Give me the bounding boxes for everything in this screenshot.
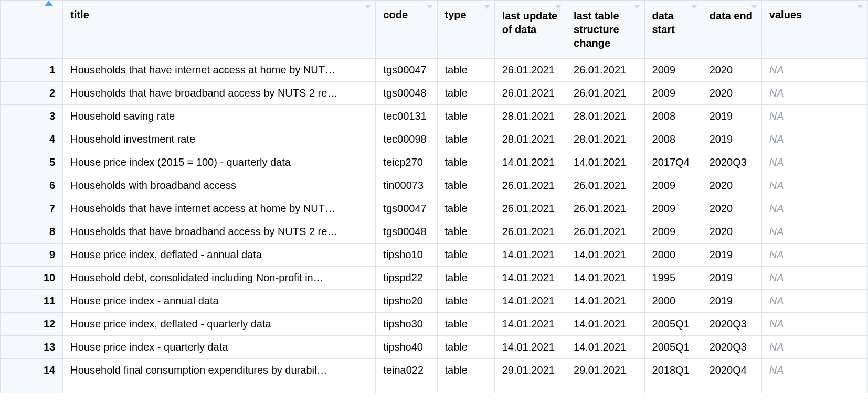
filter-dropdown-icon[interactable]: [555, 5, 562, 9]
table-row[interactable]: 8Households that have broadband access b…: [1, 220, 868, 244]
cell-code: teicp270: [376, 151, 437, 174]
cell-data_end: 2019: [702, 244, 761, 267]
cell-data_start: 2009: [644, 197, 702, 220]
table-row[interactable]: 12House price index, deflated - quarterl…: [1, 313, 868, 336]
table-row[interactable]: 6Households with broadband accesstin0007…: [1, 174, 868, 197]
row-number: 9: [1, 244, 63, 267]
table-row[interactable]: 3Household saving ratetec00131table28.01…: [1, 105, 868, 128]
cell-title: Household debt, consolidated including N…: [63, 267, 376, 290]
table-body: 1Households that have internet access at…: [1, 59, 868, 393]
table-row[interactable]: 5House price index (2015 = 100) - quarte…: [1, 151, 868, 174]
cell-data_end: 2019: [702, 128, 761, 151]
cell-last_update: 28.01.2021: [494, 128, 566, 151]
cell-last_update: 28.01.2021: [494, 105, 566, 128]
row-number: 5: [1, 151, 63, 174]
cell-values: NA: [761, 105, 867, 128]
filter-dropdown-icon[interactable]: [484, 5, 490, 9]
row-number: 1: [1, 59, 63, 82]
row-number: 10: [1, 267, 63, 290]
cell-title: House price index (2015 = 100) - quarter…: [63, 151, 376, 174]
row-number: 12: [1, 313, 63, 336]
row-number: 11: [1, 290, 63, 313]
row-number: 13: [1, 336, 63, 359]
cell-code: tipsho40: [376, 336, 437, 359]
cell-type: table: [437, 174, 494, 197]
cell-code: teina022: [376, 359, 437, 382]
cell-empty: [644, 382, 702, 393]
cell-empty: [761, 382, 867, 393]
cell-last_structure: 26.01.2021: [566, 197, 645, 220]
filter-dropdown-icon[interactable]: [857, 5, 863, 9]
table-row[interactable]: 11House price index - annual datatipsho2…: [1, 290, 868, 313]
table-row[interactable]: 4Household investment ratetec00098table2…: [1, 128, 868, 151]
cell-last_update: 14.01.2021: [494, 313, 566, 336]
table-row[interactable]: 10Household debt, consolidated including…: [1, 267, 868, 290]
cell-empty: [63, 382, 376, 393]
column-header-values[interactable]: values: [761, 1, 867, 59]
cell-last_structure: 26.01.2021: [566, 59, 645, 82]
column-header-type[interactable]: type: [437, 1, 494, 59]
column-label: title: [70, 9, 89, 20]
column-header-data-start[interactable]: data start: [644, 1, 702, 59]
cell-data_start: 2009: [644, 59, 702, 82]
cell-data_end: 2019: [702, 267, 761, 290]
filter-dropdown-icon[interactable]: [427, 5, 433, 9]
cell-values: NA: [761, 244, 867, 267]
cell-empty: [376, 382, 437, 393]
cell-type: table: [437, 197, 494, 220]
cell-type: table: [437, 359, 494, 382]
table-row[interactable]: 13House price index - quarterly datatips…: [1, 336, 868, 359]
cell-title: House price index - quarterly data: [63, 336, 376, 359]
cell-data_start: 2009: [644, 220, 702, 244]
cell-last_structure: 29.01.2021: [566, 359, 645, 382]
column-header-title[interactable]: title: [63, 1, 376, 59]
cell-data_start: 2017Q4: [644, 151, 702, 174]
cell-code: tgs00047: [376, 59, 437, 82]
cell-last_structure: 28.01.2021: [566, 105, 645, 128]
cell-title: Households that have internet access at …: [63, 59, 376, 82]
sort-ascending-icon[interactable]: [45, 1, 53, 6]
cell-data_end: 2020: [702, 59, 761, 82]
cell-last_structure: 28.01.2021: [566, 128, 645, 151]
cell-title: House price index, deflated - quarterly …: [63, 313, 376, 336]
column-label: data end: [710, 10, 753, 22]
cell-code: tipsho20: [376, 290, 437, 313]
column-label: code: [383, 9, 408, 20]
row-number: 6: [1, 174, 63, 197]
filter-dropdown-icon[interactable]: [365, 5, 371, 9]
cell-last_update: 26.01.2021: [494, 59, 566, 82]
cell-last_structure: 14.01.2021: [566, 267, 645, 290]
filter-dropdown-icon[interactable]: [751, 5, 757, 9]
cell-code: tgs00048: [376, 220, 437, 244]
column-header-data-end[interactable]: data end: [702, 1, 761, 59]
cell-data_end: 2020Q3: [702, 151, 761, 174]
cell-last_structure: 14.01.2021: [566, 313, 645, 336]
cell-data_start: 2009: [644, 82, 702, 105]
column-label: last table structure change: [574, 10, 619, 49]
filter-dropdown-icon[interactable]: [691, 5, 697, 9]
cell-code: tin00073: [376, 174, 437, 197]
column-label: values: [769, 9, 802, 20]
cell-title: House price index, deflated - annual dat…: [63, 244, 376, 267]
filter-dropdown-icon[interactable]: [634, 5, 640, 9]
cell-last_structure: 26.01.2021: [566, 82, 645, 105]
row-number: 8: [1, 220, 63, 244]
cell-values: NA: [761, 197, 867, 220]
cell-code: tgs00047: [376, 197, 437, 220]
column-header-last-structure[interactable]: last table structure change: [566, 1, 645, 59]
table-row[interactable]: 7Households that have internet access at…: [1, 197, 868, 220]
cell-last_structure: 14.01.2021: [566, 336, 645, 359]
column-header-code[interactable]: code: [376, 1, 437, 59]
table-row[interactable]: 14Household final consumption expenditur…: [1, 359, 868, 382]
cell-last_update: 26.01.2021: [494, 197, 566, 220]
cell-empty: [1, 382, 63, 393]
table-row[interactable]: 2Households that have broadband access b…: [1, 82, 868, 105]
column-header-rownum[interactable]: [1, 1, 63, 59]
cell-title: Households with broadband access: [63, 174, 376, 197]
cell-type: table: [437, 82, 494, 105]
column-header-last-update[interactable]: last update of data: [494, 1, 566, 59]
cell-values: NA: [761, 220, 867, 244]
column-label: last update of data: [502, 10, 558, 35]
table-row[interactable]: 9House price index, deflated - annual da…: [1, 244, 868, 267]
table-row[interactable]: 1Households that have internet access at…: [1, 59, 868, 82]
